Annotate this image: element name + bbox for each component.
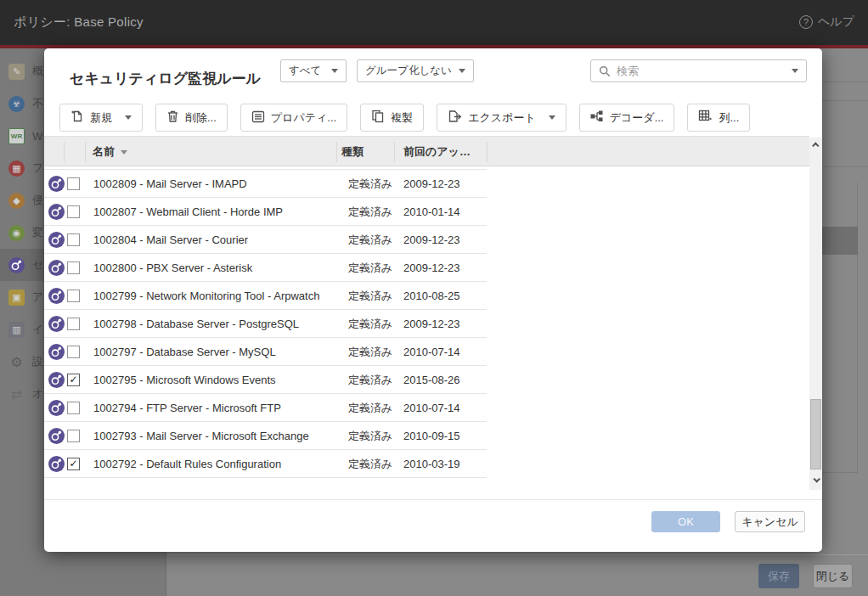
table-row[interactable]: 1002807 - Webmail Client - Horde IMP 定義済… bbox=[44, 198, 809, 226]
rule-name: 1002792 - Default Rules Configuration bbox=[93, 450, 281, 478]
application-control-icon: ▣ bbox=[8, 290, 25, 306]
anti-malware-icon: ☣ bbox=[8, 96, 25, 112]
table-row[interactable]: 1002794 - FTP Server - Microsoft FTP 定義済… bbox=[44, 394, 809, 422]
table-row[interactable]: ✓ 1002795 - Microsoft Windows Events 定義済… bbox=[44, 366, 809, 394]
row-checkbox[interactable] bbox=[67, 205, 80, 218]
chevron-down-icon bbox=[549, 115, 555, 120]
help-icon: ? bbox=[799, 15, 813, 29]
rule-name: 1002797 - Database Server - MySQL bbox=[93, 338, 276, 366]
table-row[interactable]: 1002800 - PBX Server - Asterisk 定義済み 200… bbox=[44, 254, 809, 282]
chevron-down-icon bbox=[459, 69, 465, 73]
column-header-last-update[interactable]: 前回のアッ… bbox=[403, 137, 471, 167]
scroll-up-arrow[interactable] bbox=[809, 138, 822, 153]
log-inspection-rule-icon bbox=[48, 316, 65, 332]
interface-icon: ▥ bbox=[8, 322, 25, 338]
columns-icon bbox=[698, 110, 713, 126]
scrollbar-thumb[interactable] bbox=[810, 399, 821, 469]
chevron-down-icon bbox=[331, 69, 338, 73]
chevron-down-icon bbox=[125, 115, 132, 120]
row-checkbox[interactable]: ✓ bbox=[67, 458, 80, 470]
rule-type: 定義済み bbox=[348, 366, 392, 394]
decoder-button[interactable]: デコーダ... bbox=[579, 104, 675, 132]
rule-last-update: 2015-08-26 bbox=[403, 366, 460, 394]
bg-selected-row bbox=[822, 227, 858, 255]
dialog-title: セキュリティログ監視ルール bbox=[70, 69, 261, 88]
row-checkbox[interactable] bbox=[67, 318, 80, 330]
sort-desc-icon bbox=[121, 150, 127, 155]
dialog-footer-divider bbox=[44, 499, 822, 500]
rule-last-update: 2009-12-23 bbox=[403, 226, 460, 254]
bg-line bbox=[822, 100, 868, 101]
log-inspection-rule-icon bbox=[48, 176, 65, 192]
new-button[interactable]: 新規 bbox=[59, 104, 143, 132]
bg-line bbox=[822, 82, 868, 82]
table-row[interactable]: ✓ 1002792 - Default Rules Configuration … bbox=[44, 450, 809, 478]
overview-icon: ✎ bbox=[8, 64, 25, 80]
save-button[interactable]: 保存 bbox=[758, 564, 799, 588]
properties-button[interactable]: プロパティ... bbox=[240, 104, 347, 132]
table-row[interactable]: 1002804 - Mail Server - Courier 定義済み 200… bbox=[44, 226, 809, 254]
row-checkbox[interactable] bbox=[67, 402, 80, 414]
search-options-caret[interactable] bbox=[792, 69, 798, 73]
row-checkbox[interactable] bbox=[67, 177, 80, 190]
row-checkbox[interactable] bbox=[67, 430, 80, 442]
rule-name: 1002795 - Microsoft Windows Events bbox=[93, 366, 276, 394]
help-link[interactable]: ? ヘルプ bbox=[799, 14, 854, 30]
row-checkbox[interactable] bbox=[67, 346, 80, 358]
columns-button[interactable]: 列... bbox=[687, 104, 750, 132]
log-inspection-rule-icon bbox=[48, 288, 65, 304]
vertical-scrollbar[interactable] bbox=[809, 138, 822, 490]
search-icon bbox=[599, 65, 611, 77]
type-filter-dropdown[interactable]: すべて bbox=[280, 59, 347, 82]
grouping-value: グループ化しない bbox=[365, 64, 452, 78]
column-divider bbox=[336, 142, 337, 162]
sidebar-divider bbox=[166, 552, 166, 596]
log-inspection-rule-icon bbox=[48, 372, 65, 388]
rule-last-update: 2009-12-23 bbox=[403, 254, 460, 282]
rule-type: 定義済み bbox=[348, 422, 392, 450]
row-checkbox[interactable] bbox=[67, 233, 80, 246]
bg-line bbox=[822, 166, 868, 167]
rule-name: 1002809 - Mail Server - IMAPD bbox=[93, 170, 247, 198]
top-bar: ポリシー: Base Policy ? ヘルプ bbox=[0, 0, 868, 45]
ok-button[interactable]: OK bbox=[651, 511, 720, 532]
toolbar: 新規 削除... プロパティ... 複製 エクスポート デコーダ... 列... bbox=[59, 104, 750, 132]
row-checkbox[interactable]: ✓ bbox=[67, 374, 80, 386]
column-divider bbox=[85, 142, 86, 162]
properties-icon bbox=[251, 110, 265, 126]
type-filter-value: すべて bbox=[289, 64, 321, 78]
row-checkbox[interactable] bbox=[67, 290, 80, 302]
footer-divider bbox=[166, 554, 868, 555]
close-button[interactable]: 閉じる bbox=[813, 564, 853, 588]
rule-type: 定義済み bbox=[348, 198, 392, 226]
export-button[interactable]: エクスポート bbox=[437, 104, 566, 132]
log-inspection-rule-icon bbox=[48, 344, 65, 360]
row-checkbox[interactable] bbox=[67, 261, 80, 274]
search-input[interactable] bbox=[617, 65, 779, 77]
rule-last-update: 2009-12-23 bbox=[403, 310, 460, 338]
rule-name: 1002793 - Mail Server - Microsoft Exchan… bbox=[93, 422, 309, 450]
table-row[interactable]: 1002793 - Mail Server - Microsoft Exchan… bbox=[44, 422, 809, 450]
table-row[interactable]: 1002797 - Database Server - MySQL 定義済み 2… bbox=[44, 338, 809, 366]
rule-type: 定義済み bbox=[348, 282, 392, 310]
delete-button[interactable]: 削除... bbox=[155, 104, 228, 132]
column-header-name[interactable]: 名前 bbox=[93, 137, 127, 167]
duplicate-button[interactable]: 複製 bbox=[360, 104, 424, 132]
rule-last-update: 2010-07-14 bbox=[403, 338, 460, 366]
table-body: 1002809 - Mail Server - IMAPD 定義済み 2009-… bbox=[44, 166, 809, 490]
table-header: 名前 種類 前回のアッ… bbox=[44, 136, 809, 166]
scroll-down-arrow[interactable] bbox=[809, 469, 822, 490]
log-inspection-rule-icon bbox=[48, 260, 65, 276]
cancel-button[interactable]: キャンセル bbox=[735, 511, 805, 532]
grouping-dropdown[interactable]: グループ化しない bbox=[357, 59, 474, 82]
table-row[interactable]: 1002799 - Network Monitoring Tool - Arpw… bbox=[44, 282, 809, 310]
rule-name: 1002807 - Webmail Client - Horde IMP bbox=[93, 198, 283, 226]
log-inspection-rule-icon bbox=[48, 232, 65, 248]
rule-last-update: 2010-01-14 bbox=[403, 198, 460, 226]
rule-type: 定義済み bbox=[348, 310, 392, 338]
rule-type: 定義済み bbox=[348, 226, 392, 254]
column-header-type[interactable]: 種類 bbox=[341, 137, 364, 167]
table-row[interactable]: 1002809 - Mail Server - IMAPD 定義済み 2009-… bbox=[44, 170, 809, 198]
new-icon bbox=[70, 110, 84, 126]
table-row[interactable]: 1002798 - Database Server - PostgreSQL 定… bbox=[44, 310, 809, 338]
